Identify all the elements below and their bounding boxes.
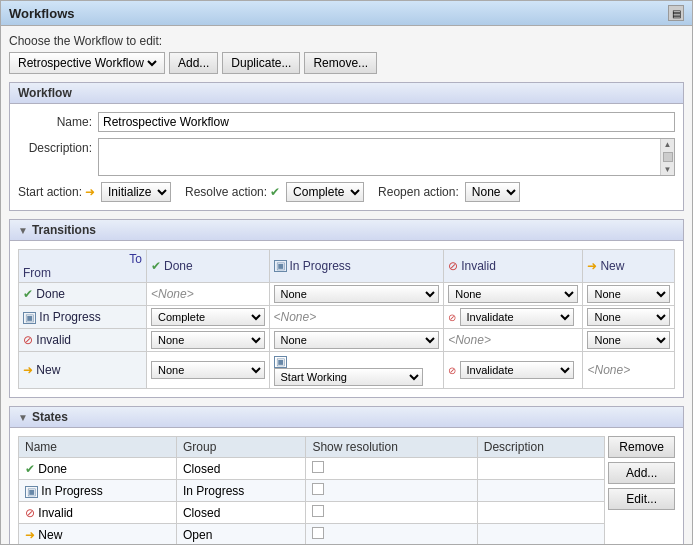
trans-select[interactable]: None <box>448 285 578 303</box>
workflow-select[interactable]: Retrospective Workflow <box>14 55 160 71</box>
new-col-icon: ➜ <box>587 259 597 273</box>
state-new-resolution <box>306 524 477 545</box>
states-buttons: Remove Add... Edit... <box>608 436 675 510</box>
invalid-checkbox[interactable] <box>312 505 324 517</box>
state-inprogress-description <box>477 480 604 502</box>
table-row: ⊘ Invalid Closed <box>19 502 605 524</box>
transitions-title: Transitions <box>32 223 96 237</box>
transitions-section: ▼ Transitions To From ✔ <box>9 219 684 398</box>
transitions-content: To From ✔ Done ▣ <box>10 241 683 397</box>
description-scrollbar[interactable]: ▲ ▼ <box>660 139 674 175</box>
trans-select[interactable]: Complete <box>151 308 265 326</box>
start-action-icon: ➜ <box>85 185 95 199</box>
content-area: Choose the Workflow to edit: Retrospecti… <box>1 26 692 544</box>
states-header: ▼ States <box>10 407 683 428</box>
cell-new-inprogress: ▣ Start Working <box>269 352 444 389</box>
cell-invalid-inprogress: None <box>269 329 444 352</box>
resolve-action-icon: ✔ <box>270 185 280 199</box>
remove-button[interactable]: Remove... <box>304 52 377 74</box>
scroll-thumb[interactable] <box>663 152 673 162</box>
new-row-label: New <box>36 363 60 377</box>
from-done: ✔ Done <box>19 283 147 306</box>
resolve-action-label: Resolve action: ✔ <box>185 185 280 199</box>
states-section: ▼ States Name Group Show resolution Desc… <box>9 406 684 544</box>
reopen-action-select[interactable]: None <box>465 182 520 202</box>
description-wrap: ▲ ▼ <box>98 138 675 176</box>
description-input[interactable] <box>99 139 674 175</box>
state-invalid-group: Closed <box>176 502 305 524</box>
states-remove-button[interactable]: Remove <box>608 436 675 458</box>
trans-select[interactable]: None <box>587 331 670 349</box>
to-label: To <box>129 252 142 266</box>
trans-select[interactable]: None <box>151 361 265 379</box>
table-row: ➜ New None ▣ Start Working ⊘ <box>19 352 675 389</box>
reopen-action-label: Reopen action: <box>378 185 459 199</box>
none-value: <None> <box>587 363 630 377</box>
reopen-action-text: Reopen action: <box>378 185 459 199</box>
done-row-icon: ✔ <box>23 287 33 301</box>
trans-select[interactable]: None <box>274 285 440 303</box>
col-invalid-header: ⊘ Invalid <box>444 250 583 283</box>
trans-select[interactable]: None <box>587 308 670 326</box>
state-invalid-resolution <box>306 502 477 524</box>
start-action-label: Start action: ➜ <box>18 185 95 199</box>
description-label: Description: <box>18 138 98 155</box>
invalidate2-icon: ⊘ <box>448 365 456 376</box>
from-header: To From <box>19 250 147 283</box>
scroll-down-arrow[interactable]: ▼ <box>663 164 673 175</box>
window-title: Workflows <box>9 6 75 21</box>
state-done-resolution <box>306 458 477 480</box>
state-inprogress-group: In Progress <box>176 480 305 502</box>
inprogress-checkbox[interactable] <box>312 483 324 495</box>
invalid-col-label: Invalid <box>461 259 496 273</box>
trans-select[interactable]: Start Working <box>274 368 424 386</box>
states-title: States <box>32 410 68 424</box>
cell-invalid-invalid: <None> <box>444 329 583 352</box>
states-resolution-header: Show resolution <box>306 437 477 458</box>
name-label: Name: <box>18 112 98 129</box>
col-done-header: ✔ Done <box>146 250 269 283</box>
table-row: ▣ In Progress Complete <None> ⊘ Invalida… <box>19 306 675 329</box>
col-new-header: ➜ New <box>583 250 675 283</box>
from-label: From <box>23 266 51 280</box>
invalidate-icon: ⊘ <box>448 312 456 323</box>
state-new-name: ➜ New <box>19 524 177 545</box>
duplicate-button[interactable]: Duplicate... <box>222 52 300 74</box>
trans-select[interactable]: None <box>587 285 670 303</box>
transitions-header: ▼ Transitions <box>10 220 683 241</box>
states-group-header: Group <box>176 437 305 458</box>
window-menu-icon[interactable]: ▤ <box>668 5 684 21</box>
states-edit-button[interactable]: Edit... <box>608 488 675 510</box>
resolve-action-select[interactable]: Complete <box>286 182 364 202</box>
new-checkbox[interactable] <box>312 527 324 539</box>
workflow-selector[interactable]: Retrospective Workflow <box>9 52 165 74</box>
state-done-group: Closed <box>176 458 305 480</box>
none-value: <None> <box>274 310 317 324</box>
invalid-row-icon: ⊘ <box>23 333 33 347</box>
name-row: Name: <box>18 112 675 132</box>
state-invalid-description <box>477 502 604 524</box>
workflow-title: Workflow <box>18 86 72 100</box>
scroll-up-arrow[interactable]: ▲ <box>663 139 673 150</box>
inprogress-state-icon: ▣ <box>25 486 38 498</box>
trans-select[interactable]: None <box>274 331 440 349</box>
from-inprogress: ▣ In Progress <box>19 306 147 329</box>
done-checkbox[interactable] <box>312 461 324 473</box>
table-row: ▣ In Progress In Progress <box>19 480 605 502</box>
name-input[interactable] <box>98 112 675 132</box>
trans-select[interactable]: Invalidate <box>460 361 574 379</box>
transitions-table: To From ✔ Done ▣ <box>18 249 675 389</box>
start-action-select[interactable]: Initialize <box>101 182 171 202</box>
resolve-action-text: Resolve action: <box>185 185 267 199</box>
inprogress-row-label: In Progress <box>39 310 100 324</box>
trans-select[interactable]: Invalidate <box>460 308 574 326</box>
states-toggle[interactable]: ▼ <box>18 412 28 423</box>
state-inprogress-resolution <box>306 480 477 502</box>
inprogress-row-icon: ▣ <box>23 312 36 324</box>
add-button[interactable]: Add... <box>169 52 218 74</box>
transitions-toggle[interactable]: ▼ <box>18 225 28 236</box>
states-add-button[interactable]: Add... <box>608 462 675 484</box>
none-value: <None> <box>151 287 194 301</box>
states-name-header: Name <box>19 437 177 458</box>
trans-select[interactable]: None <box>151 331 265 349</box>
